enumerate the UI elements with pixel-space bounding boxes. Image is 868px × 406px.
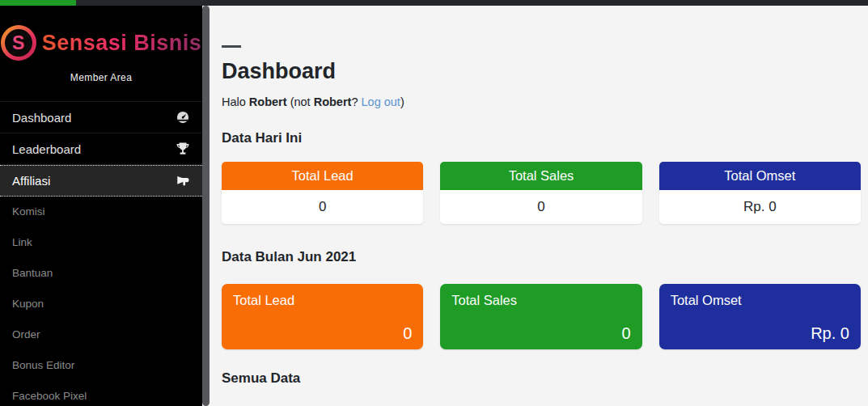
greeting-salutation: Halo [222, 95, 246, 108]
greeting-name: Robert [249, 95, 287, 108]
stat-card-solid-total-omset: Total Omset Rp. 0 [659, 284, 861, 349]
sidebar-item-affiliasi[interactable]: Affiliasi [0, 165, 202, 197]
logout-link[interactable]: Log out [362, 95, 400, 108]
greeting-question-mark: ? [351, 95, 358, 108]
stat-card-value: Rp. 0 [811, 324, 849, 343]
tachometer-icon [176, 110, 190, 125]
top-loading-bar [0, 0, 868, 6]
brand-name: Sensasi Bisnis [42, 31, 202, 56]
stat-card-value: 0 [222, 190, 423, 224]
submenu-item-kupon[interactable]: Kupon [0, 289, 202, 319]
stat-card-header: Total Lead [222, 162, 423, 190]
stat-card-value: Rp. 0 [659, 190, 861, 224]
stat-card-label: Total Lead [233, 293, 412, 308]
sidebar-item-leaderboard[interactable]: Leaderboard [0, 133, 202, 165]
brand-block: S Sensasi Bisnis Member Area [0, 6, 202, 83]
today-cards-row: Total Lead 0 Total Sales 0 Total Omset R… [222, 162, 861, 224]
submenu-item-bonus-editor[interactable]: Bonus Editor [0, 350, 202, 381]
brand-logo-icon: S [1, 25, 36, 61]
bullhorn-icon [176, 174, 190, 188]
member-area-label: Member Area [0, 72, 202, 83]
affiliasi-submenu: Komisi Link Bantuan Kupon Order Bonus Ed… [0, 197, 202, 406]
greeting-closing: ) [400, 95, 404, 108]
stat-card-total-omset: Total Omset Rp. 0 [659, 162, 861, 224]
stat-card-value: 0 [403, 324, 412, 343]
sidebar-nav: Dashboard Leaderboard Affiliasi Komisi [0, 101, 202, 406]
stat-card-header: Total Sales [440, 162, 641, 190]
scrollbar-track[interactable] [202, 6, 210, 406]
stat-card-solid-total-sales: Total Sales 0 [440, 284, 641, 349]
page-title: Dashboard [222, 58, 861, 85]
section-heading-today: Data Hari Ini [222, 130, 861, 146]
stat-card-label: Total Sales [451, 293, 630, 308]
app-window: S Sensasi Bisnis Member Area Dashboard L… [0, 6, 868, 406]
scrollbar-thumb[interactable] [202, 6, 210, 406]
stat-card-total-sales: Total Sales 0 [440, 162, 641, 224]
stat-card-solid-total-lead: Total Lead 0 [222, 284, 423, 349]
sidebar-item-label: Affiliasi [12, 174, 50, 188]
greeting-not-text: (not [290, 95, 311, 108]
stat-card-total-lead: Total Lead 0 [222, 162, 423, 224]
section-heading-all: Semua Data [222, 370, 861, 387]
submenu-item-komisi[interactable]: Komisi [0, 197, 202, 227]
stat-card-label: Total Omset [671, 293, 849, 308]
trophy-icon [176, 142, 190, 156]
sidebar-item-label: Dashboard [12, 111, 71, 125]
month-cards-row: Total Lead 0 Total Sales 0 Total Omset R… [222, 284, 861, 349]
stat-card-value: 0 [622, 324, 631, 343]
brand-logo-letter: S [5, 29, 32, 57]
stat-card-value: 0 [440, 190, 641, 224]
greeting-name-repeat: Robert [314, 95, 352, 108]
loading-progress [0, 0, 76, 6]
submenu-item-link[interactable]: Link [0, 227, 202, 258]
section-heading-month: Data Bulan Jun 2021 [222, 249, 861, 265]
submenu-item-bantuan[interactable]: Bantuan [0, 258, 202, 289]
sidebar: S Sensasi Bisnis Member Area Dashboard L… [0, 6, 202, 406]
stat-card-header: Total Omset [659, 162, 861, 190]
sidebar-item-dashboard[interactable]: Dashboard [0, 102, 202, 133]
sidebar-item-label: Leaderboard [12, 142, 81, 156]
greeting: Halo Robert (not Robert? Log out) [222, 95, 861, 109]
section-divider-dash [222, 45, 241, 48]
submenu-item-order[interactable]: Order [0, 319, 202, 350]
main-content: Dashboard Halo Robert (not Robert? Log o… [210, 6, 868, 406]
submenu-item-facebook-pixel[interactable]: Facebook Pixel [0, 381, 202, 406]
